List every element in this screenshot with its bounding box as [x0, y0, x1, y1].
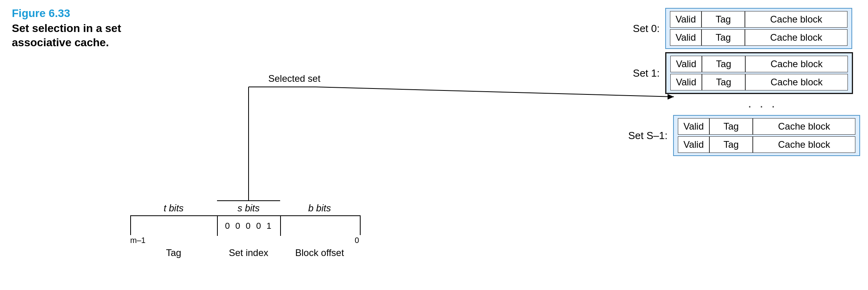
cell-tag-1-1: Tag — [702, 74, 745, 90]
cell-tag-0-1: Tag — [702, 29, 745, 46]
set-label-0: Set 0: — [616, 23, 660, 35]
cell-valid-s1-1: Valid — [678, 136, 709, 153]
cache-line-0-0: Valid Tag Cache block — [670, 11, 847, 28]
cell-tag-s1-0: Tag — [709, 118, 753, 135]
t-bits-label: t bits — [130, 203, 217, 214]
set-box-1: Valid Tag Cache block Valid Tag Cache bl… — [665, 52, 853, 94]
cell-valid-s1-0: Valid — [678, 118, 709, 135]
seg-tag — [131, 216, 218, 236]
setindex-bottom-label: Set index — [217, 247, 280, 258]
cache-line-s1-1: Valid Tag Cache block — [678, 136, 855, 153]
cache-line-0-1: Valid Tag Cache block — [670, 29, 847, 46]
tag-bottom-label: Tag — [130, 247, 217, 258]
set-label-1: Set 1: — [616, 67, 660, 79]
m-minus-1-label: m–1 — [130, 236, 146, 245]
cell-valid-1-0: Valid — [670, 56, 702, 72]
cache-line-s1-0: Valid Tag Cache block — [678, 118, 855, 135]
cell-cacheblock-0-1: Cache block — [745, 29, 847, 46]
set-row-0: Set 0: Valid Tag Cache block Valid Tag C… — [616, 8, 860, 49]
seg-setindex: 0 0 0 0 1 — [218, 216, 281, 236]
cell-tag-s1-1: Tag — [709, 136, 753, 153]
cell-tag-1-0: Tag — [702, 56, 745, 72]
set-row-s1: Set S–1: Valid Tag Cache block Valid Tag… — [616, 115, 860, 156]
cell-cacheblock-s1-1: Cache block — [753, 136, 855, 153]
cell-cacheblock-1-0: Cache block — [745, 56, 848, 72]
cell-tag-0-0: Tag — [702, 11, 745, 28]
cell-cacheblock-s1-0: Cache block — [753, 118, 855, 135]
cell-cacheblock-0-0: Cache block — [745, 11, 847, 28]
address-box: 0 0 0 0 1 — [130, 215, 361, 235]
cache-line-1-0: Valid Tag Cache block — [670, 56, 848, 72]
cell-valid-0-1: Valid — [670, 29, 702, 46]
cell-valid-0-0: Valid — [670, 11, 702, 28]
cell-valid-1-1: Valid — [670, 74, 702, 90]
seg-blockoffset — [281, 216, 360, 236]
blockoffset-bottom-label: Block offset — [280, 247, 359, 258]
dots-separator: · · · — [665, 99, 860, 113]
set-row-1: Set 1: Valid Tag Cache block Valid Tag C… — [616, 52, 860, 94]
zero-label: 0 — [355, 236, 359, 245]
s-bits-label: s bits — [217, 203, 280, 214]
b-bits-label: b bits — [280, 203, 359, 214]
cell-cacheblock-1-1: Cache block — [745, 74, 848, 90]
set-label-s1: Set S–1: — [616, 130, 668, 142]
figure-subtitle: Set selection in a set associative cache… — [12, 21, 121, 50]
title-area: Figure 6.33 Set selection in a set assoc… — [12, 7, 121, 50]
address-diagram: t bits s bits b bits 0 0 0 0 1 m–1 0 Tag… — [130, 203, 361, 258]
selected-set-label: Selected set — [268, 73, 320, 84]
figure-number: Figure 6.33 — [12, 7, 121, 20]
sets-container: Set 0: Valid Tag Cache block Valid Tag C… — [616, 8, 860, 159]
set-box-s1: Valid Tag Cache block Valid Tag Cache bl… — [673, 115, 860, 156]
set-box-0: Valid Tag Cache block Valid Tag Cache bl… — [665, 8, 852, 49]
cache-line-1-1: Valid Tag Cache block — [670, 74, 848, 90]
